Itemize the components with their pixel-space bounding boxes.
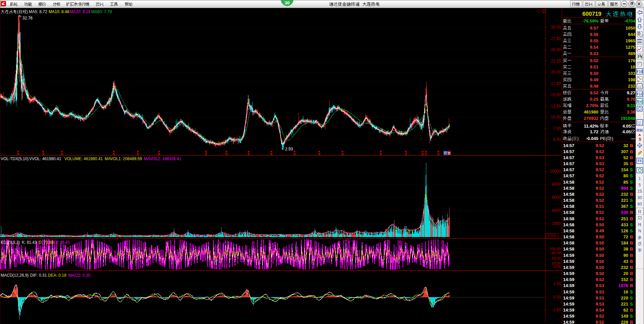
- svg-text:): ): [612, 136, 613, 141]
- svg-text:1965: 1965: [626, 38, 635, 43]
- svg-text:(: (: [572, 136, 573, 141]
- svg-text:9.52: 9.52: [596, 192, 604, 197]
- svg-text:43: 43: [624, 259, 628, 264]
- svg-text:S: S: [630, 173, 633, 178]
- svg-text:5: 5: [639, 183, 641, 187]
- svg-text:489: 489: [628, 51, 635, 56]
- svg-text:9.52: 9.52: [596, 167, 604, 172]
- svg-text:F10: F10: [637, 70, 643, 74]
- svg-text:9.57: 9.57: [590, 26, 598, 31]
- svg-text:14:59: 14:59: [563, 277, 574, 282]
- svg-text:9.54: 9.54: [590, 45, 599, 50]
- svg-text:14:57: 14:57: [563, 173, 574, 178]
- svg-text:38: 38: [624, 246, 628, 251]
- svg-text:14:58: 14:58: [563, 180, 574, 185]
- svg-text:9.54: 9.54: [596, 308, 604, 313]
- svg-text:9.52: 9.52: [596, 216, 604, 221]
- svg-text:MAVOL2: 168326.41: MAVOL2: 168326.41: [144, 156, 181, 161]
- svg-text:N: N: [638, 229, 641, 233]
- svg-text:154: 154: [621, 167, 628, 172]
- svg-text:307: 307: [621, 149, 628, 154]
- svg-text:MA10: 8.48: MA10: 8.48: [49, 9, 69, 14]
- svg-text:14:59: 14:59: [563, 314, 574, 319]
- svg-text:6000: 6000: [552, 195, 561, 200]
- svg-text:17.50: 17.50: [551, 81, 561, 86]
- svg-text:-76.59%: -76.59%: [582, 18, 599, 24]
- svg-text:52: 52: [624, 155, 628, 160]
- svg-text:9.52: 9.52: [590, 58, 598, 63]
- svg-text:DEA: 0.18: DEA: 0.18: [48, 273, 66, 278]
- svg-text:B: B: [630, 283, 633, 288]
- svg-text:B: B: [630, 210, 633, 215]
- svg-text:126: 126: [621, 228, 628, 233]
- svg-text:9.50: 9.50: [596, 271, 604, 276]
- svg-text:14:59: 14:59: [563, 259, 574, 264]
- svg-text:9.52: 9.52: [596, 198, 604, 203]
- svg-text:644: 644: [628, 32, 635, 37]
- svg-text:14:57: 14:57: [563, 161, 574, 166]
- svg-text:14:57: 14:57: [563, 167, 574, 172]
- svg-text:9.52: 9.52: [596, 173, 604, 178]
- svg-text:27.50: 27.50: [551, 36, 561, 41]
- svg-text:9.52: 9.52: [596, 186, 604, 191]
- svg-text:14:58: 14:58: [563, 210, 574, 215]
- svg-text:MACD(12,26,9): MACD(12,26,9): [1, 273, 29, 278]
- svg-text:20: 20: [624, 271, 628, 276]
- svg-text:30: 30: [285, 0, 289, 5]
- svg-text:9.50: 9.50: [596, 222, 604, 227]
- svg-text:-0.045: -0.045: [586, 136, 598, 141]
- svg-text:10: 10: [631, 64, 635, 70]
- svg-text:D: 73.84: D: 73.84: [39, 240, 54, 245]
- svg-text:8000: 8000: [552, 182, 561, 187]
- svg-text:9.52: 9.52: [596, 180, 604, 185]
- svg-text:9.52: 9.52: [596, 314, 604, 319]
- svg-text:MACD: 0.25: MACD: 0.25: [68, 273, 91, 278]
- svg-text:14:57: 14:57: [563, 155, 574, 160]
- svg-text:9.49: 9.49: [590, 77, 598, 82]
- svg-text:72: 72: [624, 234, 628, 239]
- svg-text:(: (: [17, 9, 18, 14]
- svg-text:VOL-TDX(5,10): VOL-TDX(5,10): [1, 156, 29, 161]
- svg-text:MA20: 8.18: MA20: 8.18: [70, 9, 91, 14]
- svg-text:1: 1: [639, 176, 641, 181]
- svg-text:B: B: [630, 240, 633, 245]
- svg-text:B: B: [630, 216, 633, 221]
- svg-text:9.50: 9.50: [596, 259, 604, 264]
- svg-text:S: S: [630, 302, 633, 307]
- svg-text:9.50: 9.50: [596, 246, 604, 251]
- svg-text:10000: 10000: [550, 169, 561, 174]
- svg-text:228: 228: [621, 320, 628, 324]
- svg-text:530: 530: [621, 210, 628, 215]
- svg-text:B: B: [630, 143, 633, 148]
- svg-text:9.27: 9.27: [627, 90, 635, 95]
- svg-text:9.51: 9.51: [596, 204, 604, 209]
- svg-text:176: 176: [628, 58, 635, 63]
- svg-text:15.00: 15.00: [551, 92, 561, 97]
- svg-text:9.53: 9.53: [590, 51, 598, 56]
- svg-text:2000: 2000: [552, 221, 561, 226]
- svg-text:191048: 191048: [621, 116, 635, 121]
- svg-text:14:57: 14:57: [563, 143, 574, 148]
- svg-text:B: B: [630, 192, 633, 197]
- svg-text:32: 32: [624, 143, 628, 148]
- svg-text:152: 152: [621, 277, 628, 282]
- svg-text:0.25: 0.25: [590, 97, 598, 102]
- svg-text:14:59: 14:59: [563, 271, 574, 276]
- svg-text:): ): [26, 9, 28, 14]
- svg-text:600719: 600719: [582, 11, 601, 17]
- svg-text:62: 62: [624, 308, 628, 313]
- svg-text:S: S: [630, 198, 633, 203]
- svg-text:9.53: 9.53: [596, 289, 604, 294]
- svg-text:1.50: 1.50: [553, 281, 561, 286]
- svg-text:B: B: [630, 320, 633, 324]
- svg-text:9.50: 9.50: [596, 265, 604, 270]
- svg-text:S: S: [630, 295, 633, 300]
- svg-text:367: 367: [621, 204, 628, 209]
- svg-text:S: S: [630, 180, 633, 185]
- svg-text:90: 90: [624, 253, 628, 258]
- svg-text:14:58: 14:58: [563, 216, 574, 221]
- svg-text:11.42%: 11.42%: [584, 124, 599, 129]
- svg-text:85: 85: [624, 180, 628, 185]
- svg-text:14:59: 14:59: [563, 295, 574, 300]
- svg-text:433: 433: [621, 222, 628, 227]
